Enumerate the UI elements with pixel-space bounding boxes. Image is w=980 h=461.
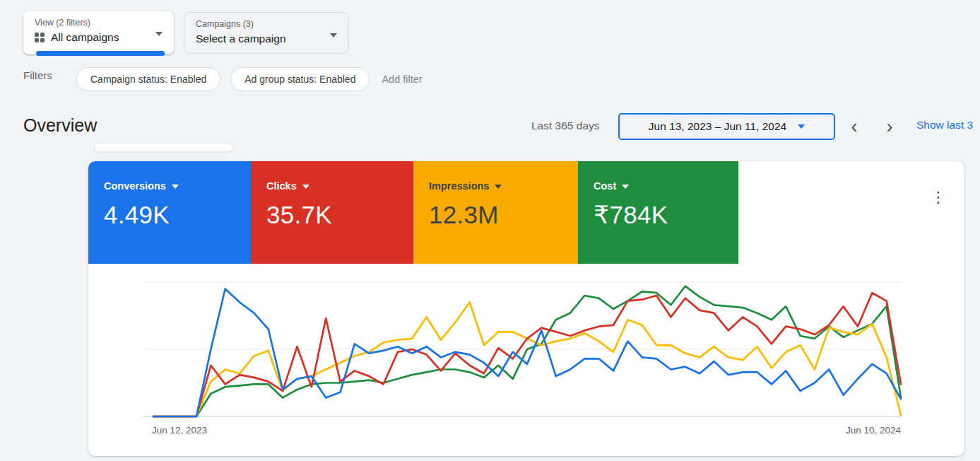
view-selector[interactable]: View (2 filters) All campaigns — [23, 11, 174, 54]
campaign-selector-value: Select a campaign — [196, 33, 286, 45]
view-selector-label: View (2 filters) — [35, 17, 163, 28]
series-impressions — [153, 303, 901, 417]
scorecard-value: ₹784K — [594, 201, 738, 229]
google-ads-overview-page: View (2 filters) All campaigns Campaigns… — [0, 0, 980, 461]
scorecard-value: 35.7K — [266, 201, 413, 229]
scorecard-clicks: Clicks35.7K — [251, 161, 413, 264]
scorecard-metric-selector[interactable]: Cost — [594, 180, 738, 192]
filter-chip[interactable]: Ad group status: Enabled — [230, 67, 370, 91]
overview-card: Conversions4.49KClicks35.7KImpressions12… — [88, 161, 964, 456]
date-range-value: Jun 13, 2023 – Jun 11, 2024 — [649, 120, 786, 133]
campaign-selector-label: Campaigns (3) — [196, 18, 337, 30]
grid-view-icon — [35, 33, 45, 42]
date-range-picker[interactable]: Jun 13, 2023 – Jun 11, 2024 — [618, 113, 835, 140]
scorecard-value: 4.49K — [104, 201, 251, 229]
scorecards-strip: Conversions4.49KClicks35.7KImpressions12… — [88, 161, 964, 264]
chevron-left-icon: ‹ — [851, 116, 858, 138]
x-axis-start-label: Jun 12, 2023 — [145, 425, 207, 436]
chevron-down-icon — [155, 32, 163, 36]
scorecard-cost: Cost₹784K — [578, 161, 738, 264]
scorecard-label: Clicks — [266, 180, 297, 192]
chevron-right-icon: › — [887, 116, 893, 138]
scorecard-metric-selector[interactable]: Clicks — [266, 180, 413, 192]
next-period-button[interactable]: › — [878, 114, 902, 139]
kebab-menu-icon: ⋮ — [931, 189, 946, 204]
caret-down-icon — [495, 185, 502, 189]
scorecard-label: Impressions — [429, 180, 489, 192]
filters-label: Filters — [23, 69, 52, 81]
card-options-button[interactable]: ⋮ — [928, 185, 949, 209]
scorecard-label: Conversions — [104, 180, 166, 192]
chevron-down-icon — [798, 124, 805, 129]
show-last-link[interactable]: Show last 3 — [916, 119, 973, 132]
overview-chart-svg — [145, 281, 901, 417]
scorecard-metric-selector[interactable]: Impressions — [429, 180, 578, 192]
view-selector-value: All campaigns — [51, 31, 119, 44]
caret-down-icon — [172, 185, 179, 189]
previous-period-button[interactable]: ‹ — [842, 114, 866, 139]
scrolled-card-edge — [94, 143, 233, 152]
caret-down-icon — [622, 185, 629, 189]
chevron-down-icon — [330, 33, 337, 37]
overview-chart — [145, 281, 901, 417]
scorecard-impressions: Impressions12.3M — [413, 161, 578, 264]
add-filter-button[interactable]: Add filter — [382, 74, 422, 85]
filter-chip[interactable]: Campaign status: Enabled — [76, 67, 220, 91]
scorecard-value: 12.3M — [429, 201, 578, 229]
page-title: Overview — [23, 115, 97, 136]
filter-chips: Campaign status: EnabledAd group status:… — [76, 67, 423, 91]
active-view-underline — [36, 51, 165, 56]
campaign-selector[interactable]: Campaigns (3) Select a campaign — [184, 12, 349, 54]
scorecard-conversions: Conversions4.49K — [88, 161, 251, 264]
x-axis-end-label: Jun 10, 2024 — [846, 425, 901, 436]
caret-down-icon — [302, 185, 309, 189]
scorecard-label: Cost — [594, 180, 616, 192]
scorecard-metric-selector[interactable]: Conversions — [104, 180, 251, 192]
date-range-label: Last 365 days — [531, 119, 600, 132]
